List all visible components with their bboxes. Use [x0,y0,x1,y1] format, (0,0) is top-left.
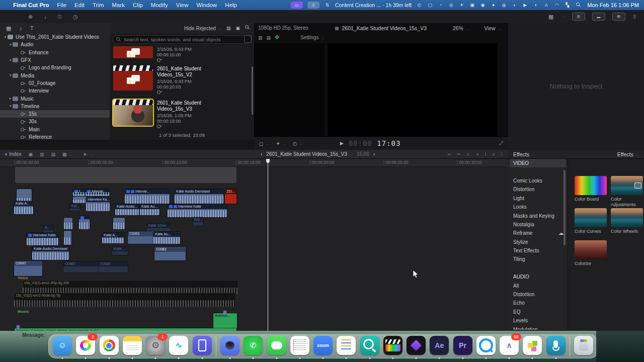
textedit-icon[interactable] [290,336,309,355]
timeline-clip[interactable]: Kat... [70,204,80,211]
play-button[interactable]: ▶ [340,141,344,146]
sidebar-item-audio[interactable]: ▾Audio [0,41,110,48]
messages-icon[interactable] [267,336,286,355]
filter-dropdown[interactable]: Hide Rejected ⌵ [184,26,221,31]
display-arrangement-icon[interactable]: ⇩ [307,2,319,9]
dock-app-whatsapp[interactable]: ✆ [244,335,263,357]
premiere-pro-icon[interactable]: Pr [453,336,472,355]
dock-app-voice-recorder[interactable] [546,335,566,357]
dock-app-iphone-mirroring[interactable] [193,335,212,357]
browser-clip[interactable]: ⚠2601_Katie Student Videos_15s_V22/15/26… [113,65,232,96]
status-icon-9[interactable]: ◍ [501,2,507,9]
timeline-clip[interactable] [79,216,90,229]
menu-help[interactable]: Help [225,2,237,8]
timeline-clip[interactable]: Kat... [193,217,203,226]
status-icon-7[interactable]: ◉ [479,2,486,9]
menu-window[interactable]: Window [196,2,217,8]
timeline-clip[interactable]: C0084 [99,261,128,273]
menu-modify[interactable]: Modify [151,2,168,8]
effects-audio-category-echo[interactable]: Echo [508,299,568,307]
effect-thumbnail[interactable] [611,176,643,195]
skimming-icon[interactable]: ✑ [457,152,461,157]
effects-category-video[interactable]: VIDEO [510,159,566,167]
dock-app-motion[interactable] [407,335,426,357]
timeline-clip[interactable]: Anthon... [213,313,237,329]
dock-app-chrome[interactable] [100,335,119,357]
status-icon-8[interactable]: ● [490,2,497,9]
playhead[interactable] [268,159,268,341]
timeline-clip[interactable]: Katie Audio... [115,204,139,215]
fullscreen-icon[interactable]: ⤢ [499,140,503,146]
voice-recorder-icon[interactable] [546,336,566,355]
search-app-icon[interactable] [360,336,379,355]
iphone-mirroring-icon[interactable] [193,336,212,355]
effects-audio-category-distortion[interactable]: Distortion [508,290,568,299]
clapperboard-icon[interactable]: ▦ [6,25,11,32]
crop-tool-icon[interactable]: ◻ ⌵ [259,141,269,146]
status-icon-13[interactable]: A [543,2,549,9]
snapping-icon[interactable]: ⌇ [485,152,487,157]
browser-toggle-icon[interactable]: ▥ [572,13,585,21]
effect-item-color-board[interactable]: Color Board [575,176,607,202]
dock-app-premiere-pro[interactable]: Pr [453,335,472,357]
background-tasks-icon[interactable]: ◷ [73,14,78,20]
timeline-clip[interactable]: Katie Audio Denoised [175,189,223,204]
import-strip-icon[interactable]: ▥ [258,35,263,40]
timeline-clip[interactable]: Katie Audio Denoised [32,246,69,260]
timeline-clip[interactable]: I... [73,189,85,196]
dock-app-assistant[interactable] [220,335,239,357]
viewer-view-dropdown[interactable]: View ⌵ [484,25,501,31]
effects-category-distortion[interactable]: Distortion [508,185,568,194]
effects-category-comic-looks[interactable]: Comic Looks [508,176,568,185]
status-icon-3[interactable]: ◔ [437,2,444,9]
effect-item-color-wheels[interactable]: Color Wheels [611,208,643,234]
sidebar-item-enhance[interactable]: Enhance [0,49,110,56]
effects-audio-category-modulation[interactable]: Modulation [508,325,568,330]
motion-icon[interactable] [407,336,426,355]
cloud-download-icon[interactable]: ☁ [558,230,564,236]
status-icon-1[interactable]: ◴ [416,2,423,9]
effects-category-stylize[interactable]: Stylize [508,238,568,246]
menu-view[interactable]: View [176,2,189,8]
sync-status[interactable]: Content Creation ... · 1h 39m left [335,2,412,8]
timeline-clip[interactable]: Katie 100m [147,223,171,231]
sidebar-item-music[interactable]: ▸Music [0,95,110,102]
dock-app-notes[interactable] [123,335,142,357]
timeline-project-title[interactable]: 2601_Katie Student Videos_15s_V3 ⌵ [266,151,353,157]
effects-category-reframe[interactable]: Reframe☁ [508,229,568,237]
keyword-editor-icon[interactable]: ⚿ [58,14,62,20]
screen-recording-icon[interactable]: ▭ [291,2,303,9]
zoom-icon[interactable]: zoom [313,336,333,355]
browser-clip-selected[interactable]: 2601_Katie Student Videos_15s_V32/16/26,… [113,100,232,130]
dock-app-settings[interactable]: ⚙1 [146,335,165,357]
effects-category-text-effects[interactable]: Text Effects [508,246,568,255]
effects-category-light[interactable]: Light [508,194,568,203]
media-representation-icon[interactable]: ▦ [548,14,553,20]
enhance-clover-icon[interactable]: ✤ [275,34,279,41]
sidebar-item-30s[interactable]: 30s [0,118,110,125]
dock-app-search-app[interactable] [360,335,379,357]
dock-app-zoom[interactable]: zoom [313,335,333,357]
timeline-clip[interactable]: C0082 [154,247,186,260]
timeline-ruler[interactable]: 00:00:00:0000:00:05:0000:00:10:0000:00:1… [0,159,508,167]
timeline-clip[interactable]: Intervie... [86,189,109,196]
sidebar-item-interview[interactable]: Interview [0,87,110,95]
dock-app-clickup[interactable]: ∧58 [500,335,519,357]
disclosure-icon[interactable]: ▾ [8,73,13,77]
dock-app-after-effects[interactable]: Ae [430,335,449,357]
solo-icon[interactable]: ◖ [476,152,478,157]
viewer-settings-dropdown[interactable]: Settings ⌵ [300,35,324,40]
disclosure-icon[interactable]: ▾ [3,35,8,39]
timeline-toggle-icon[interactable]: ▬ [592,13,605,21]
timeline-clip[interactable]: Katie... [112,246,128,255]
insert-edit-icon[interactable]: ▥ [40,152,44,157]
clip-thumbnail[interactable]: ⚠ [113,65,153,90]
menu-bar-clock[interactable]: Mon Feb 16 1:06 PM [587,2,639,8]
menu-file[interactable]: File [57,2,67,8]
assistant-icon[interactable] [220,336,239,355]
timeline-clip[interactable] [113,218,125,229]
dock-app-messages[interactable] [267,335,286,357]
disclosure-icon[interactable]: ▾ [8,43,13,47]
effects-category-tiling[interactable]: Tiling [508,255,568,263]
effects-sort-dropdown[interactable]: Effects ⌵ [617,151,639,157]
